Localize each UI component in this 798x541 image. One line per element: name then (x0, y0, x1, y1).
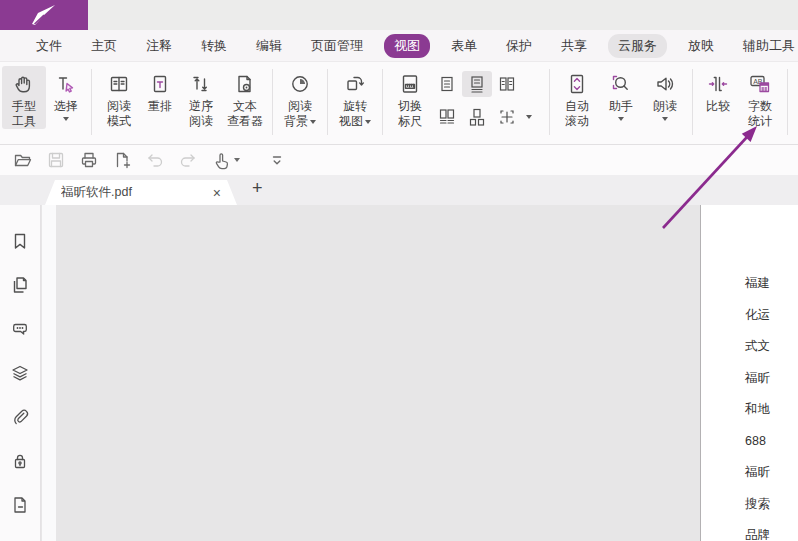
ribbon-separator (91, 69, 92, 135)
menu-home[interactable]: 主页 (83, 34, 125, 58)
hand-tool-button[interactable]: 手型工具 (2, 66, 46, 129)
speaker-icon (653, 69, 677, 99)
reverse-reading-button[interactable]: 逆序阅读 (179, 66, 223, 129)
single-page-layout-button[interactable] (432, 71, 462, 97)
page-text-line: 福昕 (745, 466, 798, 479)
menu-form[interactable]: 表单 (443, 34, 485, 58)
panel-gap (42, 205, 56, 541)
tab-close-icon[interactable]: × (213, 186, 221, 200)
new-document-button[interactable] (112, 150, 132, 170)
ribbon-separator (272, 69, 273, 135)
print-button[interactable] (79, 150, 99, 170)
redo-icon (178, 150, 198, 170)
compare-button[interactable]: 比较 (698, 66, 738, 114)
dropdown-caret (234, 158, 240, 162)
ribbon-separator (382, 69, 383, 135)
document-workspace: 福建 化运 式文 福昕 和地 688 福昕 搜索 品牌 (0, 205, 798, 541)
split-view-button[interactable] (492, 104, 522, 130)
continuous-page-layout-button[interactable] (462, 71, 492, 97)
menu-page-management[interactable]: 页面管理 (303, 34, 371, 58)
reflow-button[interactable]: 重排 (141, 66, 179, 114)
ribbon-separator (692, 69, 693, 135)
document-tab-bar: 福昕软件.pdf × + (0, 175, 798, 205)
hand-mode-button[interactable] (211, 150, 240, 170)
word-count-button[interactable]: AB 字数统计 (738, 66, 782, 129)
ribbon-separator (549, 69, 550, 135)
menu-accessibility[interactable]: 辅助工具 (735, 34, 798, 58)
undo-button[interactable] (145, 150, 165, 170)
document-tab[interactable]: 福昕软件.pdf × (45, 180, 237, 205)
layers-icon[interactable] (10, 363, 30, 383)
open-book-icon (107, 69, 131, 99)
foxit-pdf-app-window: 文件 主页 注释 转换 编辑 页面管理 视图 表单 保护 共享 云服务 放映 辅… (0, 0, 798, 541)
attachments-icon[interactable] (10, 407, 30, 427)
menu-presentation[interactable]: 放映 (680, 34, 722, 58)
word-count-icon: AB (748, 69, 772, 99)
dropdown-caret (618, 117, 624, 121)
page-text-line: 式文 (745, 340, 798, 353)
reflow-page-icon (148, 69, 172, 99)
page-text-line: 搜索 (745, 498, 798, 511)
touch-hand-icon (211, 150, 231, 170)
page-eye-icon (233, 69, 257, 99)
document-canvas[interactable] (56, 205, 700, 541)
dropdown-caret (63, 117, 69, 121)
ribbon-toolbar: 手型工具 选择 阅读模式 (0, 62, 798, 145)
menu-file[interactable]: 文件 (28, 34, 70, 58)
save-button[interactable] (46, 150, 66, 170)
separate-cover-layout-button[interactable] (462, 104, 492, 130)
dropdown-caret (662, 117, 668, 121)
toggle-ruler-button[interactable]: 切换标尺 (388, 66, 432, 129)
auto-scroll-button[interactable]: 自动滚动 (555, 66, 599, 129)
save-icon (46, 150, 66, 170)
printer-icon (79, 150, 99, 170)
customize-toolbar-button[interactable] (267, 150, 287, 170)
menu-share[interactable]: 共享 (553, 34, 595, 58)
auto-scroll-icon (565, 69, 589, 99)
rotate-view-icon (343, 69, 367, 99)
menu-protect[interactable]: 保护 (498, 34, 540, 58)
facing-continuous-layout-button[interactable] (432, 104, 462, 130)
dropdown-caret[interactable] (526, 115, 532, 119)
page-layout-group (432, 66, 544, 130)
page-text-line: 福建 (745, 277, 798, 290)
assistant-magnifier-icon (609, 69, 633, 99)
rotate-view-button[interactable]: 旋转视图 (333, 66, 377, 129)
facing-pages-layout-button[interactable] (492, 71, 522, 97)
text-viewer-button[interactable]: 文本查看器 (223, 66, 267, 129)
assistant-button[interactable]: 助手 (599, 66, 643, 121)
compare-arrows-icon (706, 69, 730, 99)
reading-background-button[interactable]: 阅读背景 (278, 66, 322, 129)
undo-icon (145, 150, 165, 170)
new-tab-button[interactable]: + (252, 178, 263, 199)
title-bar (0, 0, 798, 30)
page-text-line: 和地 (745, 403, 798, 416)
pdf-page[interactable]: 福建 化运 式文 福昕 和地 688 福昕 搜索 品牌 (700, 205, 798, 541)
page-text-line: 福昕 (745, 372, 798, 385)
menu-edit[interactable]: 编辑 (248, 34, 290, 58)
page-text-line: 688 (745, 435, 798, 448)
ribbon-separator (787, 69, 788, 135)
dropdown-caret (310, 120, 316, 124)
open-folder-icon (13, 150, 33, 170)
quick-access-toolbar (0, 145, 798, 175)
app-logo[interactable] (0, 0, 88, 30)
dropdown-caret (365, 120, 371, 124)
comments-icon[interactable] (10, 319, 30, 339)
page-thumbnails-icon[interactable] (10, 275, 30, 295)
security-icon[interactable] (10, 451, 30, 471)
select-tool-button[interactable]: 选择 (46, 66, 86, 121)
hand-icon (12, 69, 36, 99)
redo-button[interactable] (178, 150, 198, 170)
open-file-button[interactable] (13, 150, 33, 170)
menu-comment[interactable]: 注释 (138, 34, 180, 58)
menu-convert[interactable]: 转换 (193, 34, 235, 58)
file-annotations-icon[interactable] (10, 495, 30, 515)
bookmarks-icon[interactable] (10, 231, 30, 251)
tab-title: 福昕软件.pdf (61, 184, 213, 201)
reading-background-icon (288, 69, 312, 99)
menu-cloud-service[interactable]: 云服务 (608, 34, 667, 58)
menu-view-active[interactable]: 视图 (384, 34, 430, 58)
read-aloud-button[interactable]: 朗读 (643, 66, 687, 121)
reading-mode-button[interactable]: 阅读模式 (97, 66, 141, 129)
